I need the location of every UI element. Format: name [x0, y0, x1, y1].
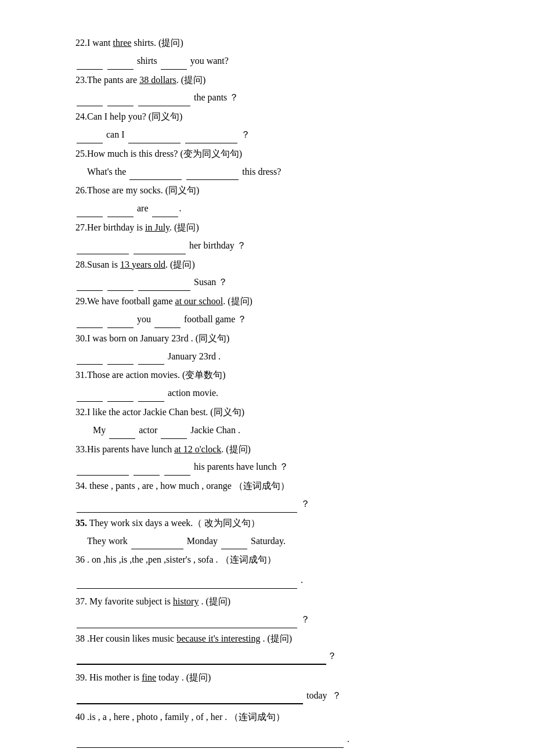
- question-25: 25.How much is this dress? (变为同义句句) What…: [75, 146, 464, 181]
- q38-line2: ？: [75, 648, 464, 665]
- q27-blank1[interactable]: [77, 244, 129, 254]
- q35-blank1[interactable]: [131, 539, 183, 549]
- q40-line2: .: [75, 731, 464, 748]
- q30-line2: January 23rd .: [75, 348, 464, 365]
- question-30: 30.I was born on January 23rd . (同义句) Ja…: [75, 330, 464, 365]
- q37-line1: 37. My favorite subject is history . (提问…: [75, 593, 464, 610]
- q31-line2: action movie.: [75, 385, 464, 402]
- q22-blank3[interactable]: [161, 59, 187, 70]
- q37-line2: ？: [75, 611, 464, 628]
- question-29: 29.We have football game at our school. …: [75, 293, 464, 328]
- q24-line1: 24.Can I help you? (同义句): [75, 109, 464, 125]
- q26-blank2[interactable]: [107, 207, 134, 217]
- q31-blank1[interactable]: [77, 391, 103, 402]
- q30-line1: 30.I was born on January 23rd . (同义句): [75, 330, 464, 347]
- q23-line1: 23.The pants are 38 dollars. (提问): [75, 72, 464, 89]
- q24-blank1[interactable]: [77, 133, 103, 143]
- q30-blank2[interactable]: [107, 354, 134, 365]
- question-31: 31.Those are action movies. (变单数句) actio…: [75, 367, 464, 402]
- q39-blank1[interactable]: [77, 694, 303, 704]
- q34-line1: 34. these , pants , are , how much , ora…: [75, 478, 464, 495]
- question-23: 23.The pants are 38 dollars. (提问) the pa…: [75, 72, 464, 107]
- q25-line1: 25.How much is this dress? (变为同义句句): [75, 146, 464, 163]
- q26-blank1[interactable]: [77, 207, 103, 217]
- q28-line1: 28.Susan is 13 years old. (提问): [75, 257, 464, 273]
- q39-line2: today ？: [75, 687, 464, 704]
- q38-line1: 38 .Her cousin likes music because it's …: [75, 631, 464, 647]
- q27-blank2[interactable]: [134, 244, 186, 254]
- q30-blank1[interactable]: [77, 354, 103, 365]
- q29-line2: you football game ？: [75, 311, 464, 328]
- q29-blank1[interactable]: [77, 318, 103, 328]
- q33-blank3[interactable]: [164, 465, 190, 476]
- q33-line1: 33.His parents have lunch at 12 o'clock.…: [75, 441, 464, 458]
- q23-blank1[interactable]: [77, 96, 103, 106]
- q29-blank2[interactable]: [107, 318, 134, 328]
- q37-blank1[interactable]: [77, 618, 297, 628]
- q40-blank1[interactable]: [77, 737, 344, 748]
- question-26: 26.Those are my socks. (同义句) are .: [75, 182, 464, 217]
- question-28: 28.Susan is 13 years old. (提问) Susan ？: [75, 257, 464, 291]
- q22-blank2[interactable]: [107, 59, 134, 70]
- question-32: 32.I like the actor Jackie Chan best. (同…: [75, 404, 464, 439]
- worksheet-content: 22.I want three shirts. (提问) shirts you …: [75, 35, 464, 748]
- q26-line1: 26.Those are my socks. (同义句): [75, 182, 464, 199]
- q25-line2: What's the this dress?: [87, 164, 464, 181]
- q34-line2: ？: [75, 496, 464, 513]
- question-35: 35. They work six days a week.（ 改为同义句） T…: [75, 515, 464, 550]
- q36-blank1[interactable]: [77, 578, 297, 589]
- question-37: 37. My favorite subject is history . (提问…: [75, 593, 464, 628]
- q28-blank2[interactable]: [107, 280, 134, 291]
- q33-blank2[interactable]: [134, 465, 160, 476]
- question-39: 39. His mother is fine today . (提问) toda…: [75, 669, 464, 704]
- q29-blank3[interactable]: [154, 318, 181, 328]
- question-38: 38 .Her cousin likes music because it's …: [75, 631, 464, 665]
- question-22: 22.I want three shirts. (提问) shirts you …: [75, 35, 464, 70]
- q29-line1: 29.We have football game at our school. …: [75, 293, 464, 310]
- q25-blank2[interactable]: [186, 170, 239, 180]
- q35-line1: 35. They work six days a week.（ 改为同义句）: [75, 515, 464, 532]
- q30-blank3[interactable]: [138, 354, 164, 365]
- q38-blank1[interactable]: [77, 654, 326, 665]
- q32-blank2[interactable]: [161, 429, 187, 439]
- q25-blank1[interactable]: [129, 170, 182, 180]
- q36-line1: 36 . on ,his ,is ,the ,pen ,sister's , s…: [75, 552, 464, 568]
- question-34: 34. these , pants , are , how much , ora…: [75, 478, 464, 513]
- q28-blank3[interactable]: [138, 280, 190, 291]
- question-24: 24.Can I help you? (同义句) can I ？: [75, 109, 464, 143]
- question-36: 36 . on ,his ,is ,the ,pen ,sister's , s…: [75, 552, 464, 589]
- q35-line2: They work Monday Saturday.: [87, 533, 464, 550]
- q32-line2: My actor Jackie Chan .: [93, 422, 464, 439]
- q31-line1: 31.Those are action movies. (变单数句): [75, 367, 464, 384]
- q31-blank3[interactable]: [138, 391, 164, 402]
- q35-blank2[interactable]: [221, 539, 247, 549]
- q24-blank2[interactable]: [128, 133, 181, 143]
- q24-line2: can I ？: [75, 127, 464, 143]
- q22-line2: shirts you want?: [75, 53, 464, 70]
- q23-blank3[interactable]: [138, 96, 190, 106]
- q22-blank1[interactable]: [77, 59, 103, 70]
- q24-blank3[interactable]: [185, 133, 237, 143]
- question-27: 27.Her birthday is in July. (提问) her bir…: [75, 219, 464, 254]
- q22-line1: 22.I want three shirts. (提问): [75, 35, 464, 52]
- q33-line2: his parents have lunch ？: [75, 459, 464, 476]
- q28-blank1[interactable]: [77, 280, 103, 291]
- q28-line2: Susan ？: [75, 274, 464, 291]
- q31-blank2[interactable]: [107, 391, 134, 402]
- q27-line1: 27.Her birthday is in July. (提问): [75, 219, 464, 236]
- q27-line2: her birthday ？: [75, 237, 464, 254]
- q36-line2: .: [75, 572, 464, 589]
- q33-blank1[interactable]: [77, 465, 129, 476]
- q26-line2: are .: [75, 200, 464, 217]
- q40-line1: 40 .is , a , here , photo , family , of …: [75, 709, 464, 726]
- q23-line2: the pants ？: [75, 89, 464, 106]
- q34-blank1[interactable]: [77, 502, 297, 513]
- q32-line1: 32.I like the actor Jackie Chan best. (同…: [75, 404, 464, 421]
- q32-blank1[interactable]: [109, 429, 135, 439]
- question-33: 33.His parents have lunch at 12 o'clock.…: [75, 441, 464, 476]
- q39-line1: 39. His mother is fine today . (提问): [75, 669, 464, 686]
- question-40: 40 .is , a , here , photo , family , of …: [75, 709, 464, 748]
- q26-blank3[interactable]: [152, 207, 178, 217]
- q23-blank2[interactable]: [107, 96, 134, 106]
